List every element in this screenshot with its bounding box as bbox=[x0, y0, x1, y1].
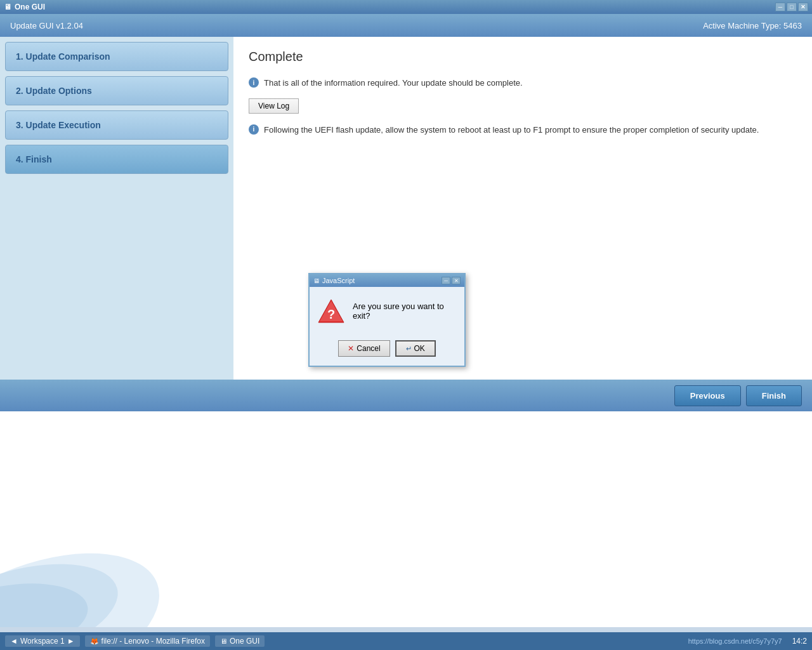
workspace-button[interactable]: ◄ Workspace 1 ► bbox=[5, 635, 80, 647]
sidebar-item-step3[interactable]: 3. Update Execution bbox=[5, 110, 228, 140]
dialog-cancel-label: Cancel bbox=[357, 344, 380, 353]
dialog-titlebar: 🖥 JavaScript ─ ✕ bbox=[310, 274, 464, 287]
sidebar-item-step2[interactable]: 2. Update Options bbox=[5, 76, 228, 105]
firefox-label: file:// - Lenovo - Mozilla Firefox bbox=[102, 637, 205, 646]
machine-type: Active Machine Type: 5463 bbox=[703, 21, 802, 30]
svg-text:?: ? bbox=[327, 307, 335, 321]
minimize-button[interactable]: ─ bbox=[775, 3, 785, 11]
titlebar: 🖥 One GUI ─ □ ✕ bbox=[0, 0, 812, 14]
app-header: Update GUI v1.2.04 Active Machine Type: … bbox=[0, 14, 812, 37]
one-gui-label: One GUI bbox=[230, 637, 259, 646]
taskbar-time: 14:2 bbox=[792, 637, 807, 646]
view-log-button[interactable]: View Log bbox=[249, 98, 299, 114]
dialog-title: JavaScript bbox=[322, 277, 355, 284]
firefox-taskbar-item[interactable]: 🦊 file:// - Lenovo - Mozilla Firefox bbox=[85, 635, 210, 647]
sidebar-item-step1[interactable]: 1. Update Comparison bbox=[5, 42, 228, 71]
dialog-cancel-button[interactable]: ✕ Cancel bbox=[338, 340, 390, 357]
dialog-ok-label: OK bbox=[414, 344, 425, 353]
dialog-minimize-button[interactable]: ─ bbox=[442, 277, 450, 284]
sidebar-item-step3-label: 3. Update Execution bbox=[16, 120, 101, 130]
info-text-1: That is all of the information required.… bbox=[264, 77, 523, 90]
one-gui-taskbar-item[interactable]: 🖥 One GUI bbox=[215, 635, 265, 647]
maximize-button[interactable]: □ bbox=[787, 3, 797, 11]
decorative-swirl bbox=[0, 513, 241, 627]
sidebar-item-step1-label: 1. Update Comparison bbox=[16, 51, 110, 62]
dialog-body: ? Are you sure you want to exit? bbox=[310, 287, 464, 335]
info-row-1: i That is all of the information require… bbox=[249, 77, 797, 90]
taskbar: ◄ Workspace 1 ► 🦊 file:// - Lenovo - Moz… bbox=[0, 632, 812, 650]
watermark-area bbox=[0, 411, 812, 627]
taskbar-right: https://blog.csdn.net/c5y7y7y7 14:2 bbox=[688, 637, 807, 646]
right-arrow-icon: ► bbox=[67, 637, 75, 646]
dialog-titlebar-left: 🖥 JavaScript bbox=[313, 277, 355, 284]
one-gui-icon: 🖥 bbox=[220, 637, 227, 645]
info-icon-1: i bbox=[249, 77, 259, 88]
workspace-label: Workspace 1 bbox=[20, 637, 65, 646]
finish-button[interactable]: Finish bbox=[746, 385, 802, 406]
sidebar-item-step4-label: 4. Finish bbox=[16, 154, 52, 164]
firefox-icon: 🦊 bbox=[90, 637, 99, 646]
taskbar-left: ◄ Workspace 1 ► 🦊 file:// - Lenovo - Moz… bbox=[5, 635, 265, 647]
warning-icon: ? bbox=[317, 297, 345, 325]
info-row-2: i Following the UEFI flash update, allow… bbox=[249, 124, 797, 136]
titlebar-title: One GUI bbox=[15, 3, 45, 11]
titlebar-controls: ─ □ ✕ bbox=[775, 3, 808, 11]
dialog-ok-button[interactable]: ↵ OK bbox=[395, 340, 436, 357]
sidebar-item-step2-label: 2. Update Options bbox=[16, 86, 92, 96]
javascript-dialog: 🖥 JavaScript ─ ✕ ? Are you sure you want… bbox=[308, 273, 466, 367]
dialog-close-button[interactable]: ✕ bbox=[452, 277, 461, 284]
info-text-2: Following the UEFI flash update, allow t… bbox=[264, 124, 759, 136]
sidebar: 1. Update Comparison 2. Update Options 3… bbox=[0, 37, 233, 380]
titlebar-left: 🖥 One GUI bbox=[4, 3, 45, 11]
left-arrow-icon: ◄ bbox=[10, 637, 18, 646]
dialog-logo-icon: 🖥 bbox=[313, 277, 320, 284]
app-version: Update GUI v1.2.04 bbox=[10, 21, 83, 30]
bottom-bar: Previous Finish bbox=[0, 380, 812, 411]
app-logo-icon: 🖥 bbox=[4, 3, 11, 11]
page-title: Complete bbox=[249, 50, 797, 64]
dialog-titlebar-controls: ─ ✕ bbox=[442, 277, 461, 284]
previous-button[interactable]: Previous bbox=[674, 385, 741, 406]
dialog-buttons: ✕ Cancel ↵ OK bbox=[310, 335, 464, 366]
dialog-message: Are you sure you want to exit? bbox=[353, 302, 457, 321]
close-button[interactable]: ✕ bbox=[798, 3, 808, 11]
taskbar-url: https://blog.csdn.net/c5y7y7y7 bbox=[688, 637, 782, 645]
info-icon-2: i bbox=[249, 124, 259, 135]
sidebar-item-step4[interactable]: 4. Finish bbox=[5, 145, 228, 174]
